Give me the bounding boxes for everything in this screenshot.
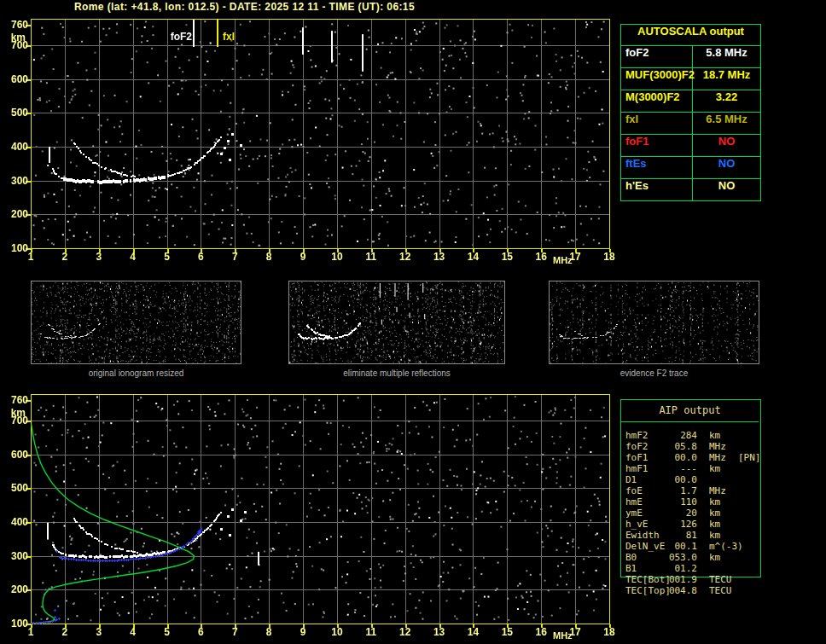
profile-plot-x-tick: 13 bbox=[429, 626, 450, 638]
profile-plot-x-tick: 15 bbox=[497, 626, 517, 638]
profile-plot-x-tick: 4 bbox=[123, 626, 143, 638]
aip-row: hmF1---km bbox=[620, 463, 770, 474]
main-plot-x-unit: MHz bbox=[553, 255, 573, 265]
autoscala-output-window: Rome (lat: +41.8, lon: 012.5) - DATE: 20… bbox=[0, 0, 826, 644]
autoscala-row-value: NO bbox=[693, 135, 760, 156]
autoscala-row-value: NO bbox=[693, 157, 760, 178]
aip-row-extra: [PN] bbox=[738, 452, 761, 463]
aip-row-name: foE bbox=[625, 485, 643, 496]
main-plot-x-tick: 13 bbox=[429, 251, 450, 263]
thumbnail-original-ionogram bbox=[31, 281, 241, 364]
aip-row-value: 126 bbox=[660, 519, 697, 530]
main-plot-y-tick: 400 bbox=[0, 141, 28, 153]
aip-row-value: 001.9 bbox=[660, 574, 697, 585]
aip-row: h_vE126km bbox=[620, 519, 770, 530]
main-plot-x-tick: 8 bbox=[259, 251, 279, 263]
profile-plot-y-unit: km bbox=[0, 407, 26, 419]
aip-row-name: hmE bbox=[625, 496, 643, 508]
autoscala-row-label: ftEs bbox=[621, 157, 693, 178]
profile-plot-x-tick: 14 bbox=[462, 626, 483, 638]
profile-plot-x-unit: MHz bbox=[553, 630, 573, 641]
aip-row: TEC[Top]004.8TECU bbox=[620, 585, 770, 596]
aip-row-unit: TECU bbox=[709, 585, 732, 596]
main-plot-x-tick: 2 bbox=[55, 251, 75, 263]
aip-row: D100.0 bbox=[620, 474, 770, 485]
aip-row-unit: TECU bbox=[709, 574, 732, 585]
aip-row-unit: m^(-3) bbox=[709, 541, 743, 552]
autoscala-row: fxI6.5 MHz bbox=[621, 112, 760, 134]
aip-row: TEC[Bot]001.9TECU bbox=[620, 574, 770, 585]
main-plot-y-tick: 200 bbox=[0, 208, 28, 220]
main-plot-y-tick: 100 bbox=[0, 242, 28, 254]
profile-plot-y-tick: 200 bbox=[0, 583, 28, 595]
autoscala-row-label: foF1 bbox=[621, 135, 693, 156]
main-plot-x-tick: 4 bbox=[123, 251, 143, 263]
aip-row-unit: MHz bbox=[709, 485, 726, 496]
aip-row-value: 00.0 bbox=[660, 452, 697, 463]
autoscala-row: foF1NO bbox=[621, 134, 760, 156]
aip-row: Ewidth81km bbox=[620, 530, 770, 541]
window-title: Rome (lat: +41.8, lon: 012.5) - DATE: 20… bbox=[74, 1, 415, 13]
autoscala-row: ftEsNO bbox=[621, 156, 760, 178]
aip-row-value: 81 bbox=[660, 530, 697, 541]
aip-row-name: foF2 bbox=[625, 441, 649, 452]
autoscala-table-header: AUTOSCALA output bbox=[621, 25, 760, 45]
profile-plot-x-tick: 12 bbox=[395, 626, 416, 638]
profile-ionogram-canvas bbox=[22, 387, 620, 640]
main-ionogram-canvas bbox=[22, 12, 620, 264]
aip-row: ymE20km bbox=[620, 508, 770, 519]
autoscala-row: M(3000)F23.22 bbox=[621, 90, 760, 112]
aip-row-unit: km bbox=[709, 430, 720, 441]
autoscala-row-value: 5.8 MHz bbox=[693, 46, 760, 67]
aip-row-name: B1 bbox=[625, 563, 637, 574]
aip-row: B0053.0km bbox=[620, 552, 770, 563]
aip-row: foE1.7MHz bbox=[620, 485, 770, 496]
thumbnail-caption-original: original ionogram resized bbox=[31, 368, 241, 378]
profile-plot-x-tick: 11 bbox=[361, 626, 381, 638]
aip-row-unit: km bbox=[709, 463, 720, 474]
aip-row-value: 00.0 bbox=[660, 474, 697, 485]
main-plot-y-tick: 300 bbox=[0, 175, 28, 187]
autoscala-row: MUF(3000)F218.7 MHz bbox=[621, 67, 760, 90]
profile-plot-y-tick: 100 bbox=[0, 618, 28, 629]
aip-row: hmF2284km bbox=[620, 430, 770, 441]
main-plot-x-tick: 3 bbox=[89, 251, 109, 263]
profile-plot-y-tick: 400 bbox=[0, 516, 28, 528]
thumbnail-caption-eliminate: eliminate multiple reflections bbox=[288, 368, 505, 378]
profile-plot-x-tick: 16 bbox=[531, 626, 551, 638]
fof2-marker-label: foF2 bbox=[164, 31, 192, 43]
profile-plot-y-tick: 600 bbox=[0, 449, 28, 461]
thumbnail-caption-evidence: evidence F2 trace bbox=[549, 368, 759, 378]
main-plot-x-tick: 12 bbox=[395, 251, 416, 263]
main-plot-y-tick: 600 bbox=[0, 73, 28, 85]
autoscala-row: h'EsNO bbox=[621, 178, 760, 200]
profile-plot-x-tick: 10 bbox=[327, 626, 347, 638]
main-plot-y-tick: 760 bbox=[0, 19, 28, 31]
main-plot-x-tick: 6 bbox=[190, 251, 211, 263]
aip-row-name: hmF1 bbox=[625, 463, 649, 474]
main-plot-x-tick: 9 bbox=[293, 251, 313, 263]
autoscala-row-label: M(3000)F2 bbox=[621, 90, 693, 112]
profile-plot-x-tick: 8 bbox=[259, 626, 279, 638]
aip-row-name: Ewidth bbox=[625, 530, 660, 541]
aip-row-unit: MHz bbox=[709, 441, 726, 452]
aip-row-name: h_vE bbox=[625, 519, 649, 530]
autoscala-row-value: NO bbox=[693, 179, 760, 200]
autoscala-table: AUTOSCALA output foF25.8 MHzMUF(3000)F21… bbox=[620, 24, 761, 201]
autoscala-row-label: fxI bbox=[621, 113, 693, 134]
autoscala-row-value: 3.22 bbox=[693, 90, 760, 112]
aip-row-value: 1.7 bbox=[660, 485, 697, 496]
autoscala-row-value: 18.7 MHz bbox=[693, 68, 760, 90]
main-plot-x-tick: 14 bbox=[462, 251, 483, 263]
profile-plot-x-tick: 2 bbox=[55, 626, 75, 638]
profile-plot-x-tick: 7 bbox=[224, 626, 245, 638]
autoscala-row-value: 6.5 MHz bbox=[693, 113, 760, 134]
profile-plot-y-tick: 760 bbox=[0, 394, 28, 406]
autoscala-row-label: h'Es bbox=[621, 179, 693, 200]
aip-row: hmE110km bbox=[620, 496, 770, 508]
aip-row-value: 053.0 bbox=[660, 552, 697, 563]
profile-plot-x-tick: 6 bbox=[190, 626, 211, 638]
thumbnail-eliminate-reflections bbox=[288, 281, 505, 364]
aip-row-name: D1 bbox=[625, 474, 637, 485]
aip-row-unit: km bbox=[709, 508, 720, 519]
